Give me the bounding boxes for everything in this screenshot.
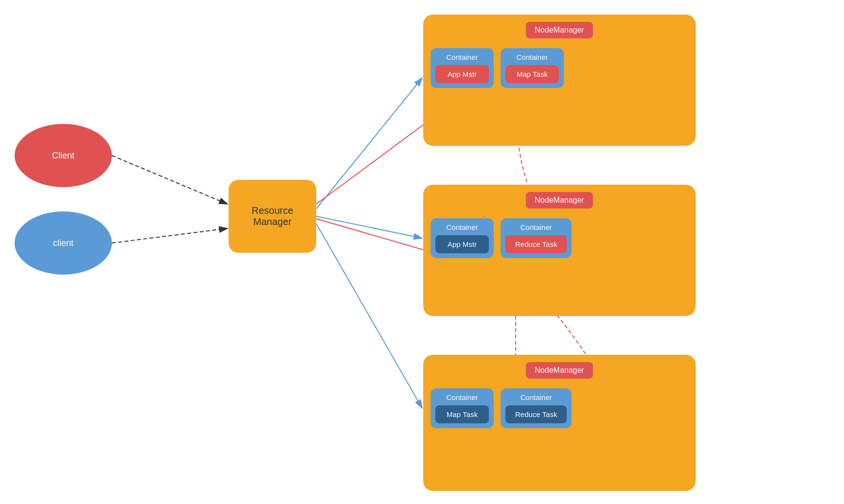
container-label-n3-2: Container — [521, 393, 552, 401]
resource-manager-label: ResourceManager — [251, 205, 293, 227]
node-manager-1: NodeManager — [526, 22, 593, 38]
container-node1-1: Container App Mstr — [431, 48, 494, 88]
container-label-n2-2: Container — [521, 223, 552, 231]
client-blue-ellipse: client — [15, 211, 112, 275]
client-red-ellipse: Client — [15, 124, 112, 187]
node-container-3: NodeManager Container Map Task Container… — [423, 355, 696, 491]
container-label-n1-1: Container — [446, 53, 478, 61]
container-label-n3-1: Container — [446, 393, 478, 401]
client-red-to-rm-arrow — [112, 156, 228, 204]
resource-manager-box: ResourceManager — [229, 180, 316, 253]
app-mstr-2: App Mstr — [435, 235, 489, 253]
container-node3-2: Container Reduce Task — [501, 388, 572, 428]
diagram-container: Client client ResourceManager NodeManage… — [0, 0, 844, 504]
container-node1-2: Container Map Task — [501, 48, 564, 88]
client-red-label: Client — [52, 151, 74, 161]
container-label-n2-1: Container — [446, 223, 478, 231]
node-container-2: NodeManager Container App Mstr Container… — [423, 185, 696, 316]
client-blue-to-rm-arrow — [112, 228, 228, 243]
reduce-task-2: Reduce Task — [505, 405, 567, 423]
client-blue-label: client — [53, 238, 73, 248]
rm-to-node2-arrow — [316, 216, 422, 238]
node-manager-2: NodeManager — [526, 192, 593, 209]
map-task-2: Map Task — [435, 405, 489, 423]
container-node3-1: Container Map Task — [431, 388, 494, 428]
node-container-1: NodeManager Container App Mstr Container… — [423, 15, 696, 146]
rm-to-node3-arrow — [316, 224, 422, 408]
map-task-1: Map Task — [505, 65, 559, 83]
container-node2-1: Container App Mstr — [431, 218, 494, 258]
app-mstr-1: App Mstr — [435, 65, 489, 83]
arrows-svg — [0, 0, 844, 504]
rm-to-node1-arrow — [316, 78, 422, 209]
container-node2-2: Container Reduce Task — [501, 218, 572, 258]
container-label-n1-2: Container — [516, 53, 548, 61]
node-manager-3: NodeManager — [526, 362, 593, 379]
reduce-task-1: Reduce Task — [505, 235, 567, 253]
